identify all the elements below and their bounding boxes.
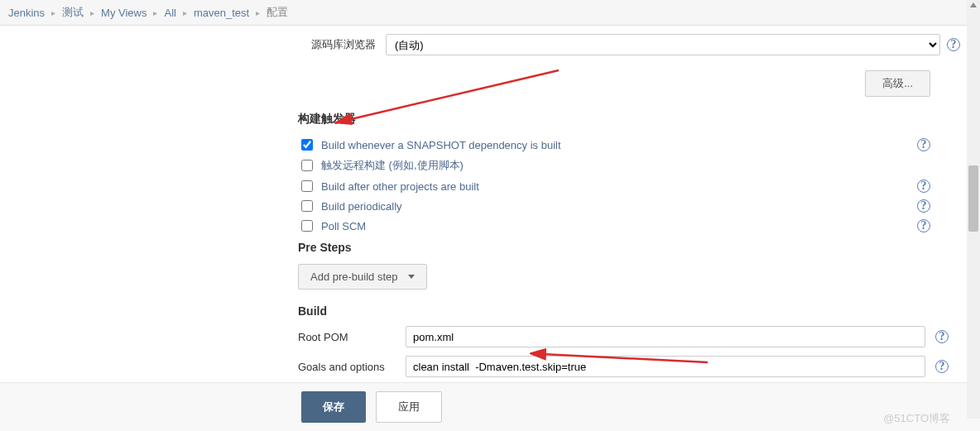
help-icon[interactable]: ?: [917, 138, 930, 151]
chevron-right-icon: ▸: [153, 8, 157, 17]
trigger-label[interactable]: Build whenever a SNAPSHOT dependency is …: [321, 139, 561, 151]
trigger-row: Poll SCM ?: [301, 216, 960, 236]
trigger-checkbox-snapshot[interactable]: [301, 139, 313, 151]
section-pre-steps: Pre Steps: [298, 241, 960, 254]
scm-browser-select[interactable]: (自动): [386, 34, 940, 55]
chevron-right-icon: ▸: [256, 8, 260, 17]
trigger-list: Build whenever a SNAPSHOT dependency is …: [301, 135, 960, 236]
section-build: Build: [298, 304, 960, 318]
goals-label: Goals and options: [298, 361, 396, 373]
save-button[interactable]: 保存: [301, 391, 366, 423]
add-pre-build-step-button[interactable]: Add pre-build step: [298, 264, 427, 290]
trigger-label[interactable]: 触发远程构建 (例如,使用脚本): [321, 158, 464, 173]
breadcrumb-link[interactable]: Jenkins: [8, 7, 45, 19]
help-icon[interactable]: ?: [917, 199, 930, 213]
bottom-bar: 保存 应用: [0, 382, 980, 431]
root-pom-label: Root POM: [298, 331, 396, 343]
apply-button[interactable]: 应用: [376, 391, 442, 423]
help-icon[interactable]: ?: [917, 180, 930, 193]
trigger-label[interactable]: Poll SCM: [321, 220, 366, 232]
trigger-checkbox-after[interactable]: [301, 180, 313, 192]
breadcrumb-current: 配置: [267, 5, 288, 20]
chevron-right-icon: ▸: [183, 8, 187, 17]
add-pre-build-step-label: Add pre-build step: [310, 271, 398, 283]
root-pom-input[interactable]: [406, 326, 925, 347]
breadcrumb-link[interactable]: 测试: [62, 5, 84, 20]
scm-browser-label: 源码库浏览器: [298, 37, 376, 52]
trigger-checkbox-remote[interactable]: [301, 160, 313, 171]
trigger-row: 触发远程构建 (例如,使用脚本): [301, 155, 960, 176]
breadcrumb-link[interactable]: All: [164, 7, 175, 19]
trigger-row: Build after other projects are built ?: [301, 176, 960, 196]
chevron-right-icon: ▸: [90, 8, 94, 17]
breadcrumb: Jenkins ▸ 测试 ▸ My Views ▸ All ▸ maven_te…: [0, 0, 980, 26]
help-icon[interactable]: ?: [947, 38, 960, 51]
help-icon[interactable]: ?: [935, 330, 949, 343]
help-icon[interactable]: ?: [917, 219, 930, 232]
trigger-checkbox-periodic[interactable]: [301, 200, 313, 212]
breadcrumb-link[interactable]: My Views: [101, 7, 147, 19]
chevron-right-icon: ▸: [51, 8, 55, 17]
trigger-row: Build periodically ?: [301, 196, 960, 216]
scrollbar-thumb[interactable]: [968, 165, 978, 232]
advanced-button[interactable]: 高级...: [865, 70, 930, 97]
scroll-up-icon: [970, 2, 977, 7]
trigger-label[interactable]: Build periodically: [321, 200, 402, 213]
help-icon[interactable]: ?: [935, 360, 949, 373]
goals-input[interactable]: [406, 356, 925, 377]
scrollbar-vertical[interactable]: [967, 0, 980, 419]
breadcrumb-link[interactable]: maven_test: [194, 7, 249, 19]
section-build-triggers: 构建触发器: [298, 112, 960, 127]
trigger-checkbox-pollscm[interactable]: [301, 220, 313, 232]
trigger-row: Build whenever a SNAPSHOT dependency is …: [301, 135, 960, 155]
chevron-down-icon: [408, 275, 415, 279]
trigger-label[interactable]: Build after other projects are built: [321, 180, 479, 193]
